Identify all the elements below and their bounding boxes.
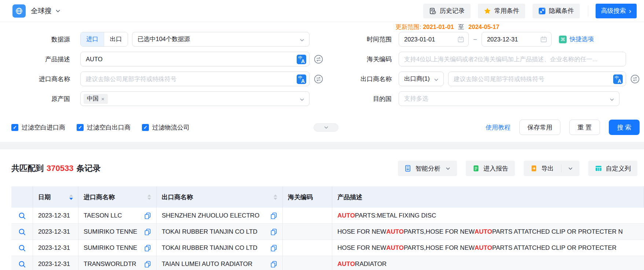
sort-date-control[interactable] xyxy=(66,194,73,200)
product-text-highlight: AUTO xyxy=(337,212,355,219)
copy-icon[interactable] xyxy=(144,228,151,235)
history-icon xyxy=(429,7,436,15)
sort-importer-control[interactable] xyxy=(144,194,151,200)
similar-match-icon[interactable] xyxy=(314,54,323,64)
copy-icon[interactable] xyxy=(270,212,277,219)
filter-checkbox-0[interactable]: ✓过滤空白进口商 xyxy=(11,123,65,132)
exporter-cell[interactable]: SHENZHEN ZHUOLUO ELECTRO xyxy=(157,208,283,223)
enter-report-button[interactable]: 进入报告 xyxy=(466,161,515,176)
chevron-down-icon[interactable] xyxy=(568,166,573,171)
search-button[interactable]: 搜 索 xyxy=(609,120,640,135)
importer-cell[interactable]: SUMIRIKO TENNE xyxy=(78,224,157,240)
date-from-field xyxy=(399,32,469,47)
product-text-highlight: AUTO xyxy=(337,260,355,268)
exporter-name-field: 中A xyxy=(448,72,626,86)
product-text-highlight: AUTO xyxy=(475,244,492,252)
magnifier-icon[interactable] xyxy=(18,212,26,220)
row-detail-cell xyxy=(11,208,33,223)
exporter-name-input[interactable] xyxy=(449,76,626,83)
quick-options-button[interactable]: ⌘ 快捷选项 xyxy=(559,35,594,43)
global-search-app: 全球搜 历史记录 常用条件 隐藏条件 xyxy=(0,0,644,270)
magnifier-icon[interactable] xyxy=(18,244,26,252)
hscode-cell xyxy=(283,240,332,256)
filter-checkbox-label: 过滤空白出口商 xyxy=(87,123,131,132)
translate-icon[interactable]: 中A xyxy=(297,55,306,64)
header-importer[interactable]: 进口商名称 xyxy=(78,186,157,208)
origin-country-select[interactable]: 中国 × xyxy=(80,91,310,106)
filter-checkbox-1[interactable]: ✓过滤空白出口商 xyxy=(77,123,131,132)
tab-export[interactable]: 出口 xyxy=(104,32,128,46)
similar-match-icon[interactable] xyxy=(314,74,323,84)
importer-cell[interactable]: SUMIRIKO TENNE xyxy=(78,240,157,256)
filter-checkbox-2[interactable]: ✓过滤物流公司 xyxy=(142,123,190,132)
product-text: HOSE FOR NEW xyxy=(337,244,386,252)
importer-cell[interactable]: TRANSWORLDTR xyxy=(78,256,157,270)
similar-match-icon[interactable] xyxy=(630,74,640,84)
exporter-cell[interactable]: TAIAN LUMEI AUTO RADIATOR xyxy=(157,256,283,270)
favorites-button[interactable]: 常用条件 xyxy=(478,4,525,18)
copy-icon[interactable] xyxy=(270,260,277,267)
results-header: 共匹配到370533条记录 BI 智能分析 进入报告 xyxy=(0,160,644,176)
checkbox-checked-icon[interactable]: ✓ xyxy=(142,124,149,131)
destination-country-select[interactable]: 支持多选 xyxy=(399,91,619,106)
copy-icon[interactable] xyxy=(144,244,151,251)
chevron-down-icon xyxy=(434,77,439,84)
tab-import[interactable]: 进口 xyxy=(81,32,104,46)
results-toolbar: BI 智能分析 进入报告 导出 xyxy=(398,161,637,176)
hs-code-field xyxy=(399,52,626,66)
exporter-name: TOKAI RUBBER TIANJIN CO LTD xyxy=(162,244,257,252)
checkbox-checked-icon[interactable]: ✓ xyxy=(11,124,18,131)
advanced-search-button[interactable]: 高级搜索 › xyxy=(596,4,637,18)
product-text: PARTS,HOSE FOR NEW xyxy=(404,228,475,236)
product-text: HOSE FOR NEW xyxy=(337,228,386,236)
chevron-down-icon xyxy=(300,96,304,103)
tutorial-link[interactable]: 使用教程 xyxy=(486,123,511,132)
date-to-field xyxy=(482,32,552,47)
hs-code-input[interactable] xyxy=(399,56,626,63)
sort-exporter-control[interactable] xyxy=(270,194,277,200)
copy-icon[interactable] xyxy=(144,260,151,267)
magnifier-icon[interactable] xyxy=(18,228,26,236)
chevron-down-icon xyxy=(610,96,614,103)
hscode-cell xyxy=(283,256,332,270)
product-text: PARTS ATTATCHED CLIP OR PROTECTER xyxy=(492,244,616,252)
smart-analysis-button[interactable]: BI 智能分析 xyxy=(398,161,457,176)
table-row: 2023-12-31SUMIRIKO TENNETOKAI RUBBER TIA… xyxy=(11,240,644,256)
tag-remove-icon[interactable]: × xyxy=(101,96,105,102)
header-detail-column xyxy=(11,186,33,208)
translate-icon[interactable]: 中A xyxy=(297,74,306,84)
importer-cell[interactable]: TAESON LLC xyxy=(78,208,157,223)
date-cell: 2023-12-31 xyxy=(33,240,78,256)
history-button[interactable]: 历史记录 xyxy=(423,4,471,18)
translate-icon[interactable]: 中A xyxy=(613,74,623,84)
copy-icon[interactable] xyxy=(144,212,151,219)
exporter-type-select[interactable]: 出口商(1) xyxy=(399,72,444,86)
date-cell: 2023-12-31 xyxy=(33,256,78,270)
checkbox-checked-icon[interactable]: ✓ xyxy=(77,124,84,131)
datasource-select[interactable]: 已选中104个数据源 xyxy=(132,32,310,47)
date-range-dash: – xyxy=(473,36,477,43)
title-chevron-down-icon[interactable] xyxy=(55,8,61,14)
exporter-cell[interactable]: TOKAI RUBBER TIANJIN CO LTD xyxy=(157,224,283,240)
report-icon xyxy=(472,165,480,172)
importer-name-input[interactable] xyxy=(81,76,309,83)
product-desc-input[interactable] xyxy=(81,56,309,63)
magnifier-icon[interactable] xyxy=(18,260,26,268)
header-date[interactable]: 日期 xyxy=(33,186,78,208)
svg-text:BI: BI xyxy=(407,168,409,171)
custom-columns-button[interactable]: 自定义列 xyxy=(588,161,637,176)
filter-action-row: ✓过滤空白进口商✓过滤空白出口商✓过滤物流公司 使用教程 保存常用 重 置 搜 … xyxy=(0,120,644,135)
header-exporter[interactable]: 出口商名称 xyxy=(157,186,283,208)
header-product: 产品描述 xyxy=(332,186,644,208)
exporter-cell[interactable]: TOKAI RUBBER TIANJIN CO LTD xyxy=(157,240,283,256)
collapse-form-pill[interactable] xyxy=(314,123,339,132)
product-text: PARTS ATTATCHED CLIP OR PROTECTER N xyxy=(492,228,623,236)
copy-icon[interactable] xyxy=(270,228,277,235)
save-common-button[interactable]: 保存常用 xyxy=(519,120,560,135)
chevron-down-icon xyxy=(300,37,304,44)
hide-conditions-button[interactable]: 隐藏条件 xyxy=(533,4,580,18)
copy-icon[interactable] xyxy=(270,244,277,251)
reset-button[interactable]: 重 置 xyxy=(569,120,600,135)
export-button[interactable]: 导出 xyxy=(524,161,579,176)
command-icon: ⌘ xyxy=(559,36,567,43)
